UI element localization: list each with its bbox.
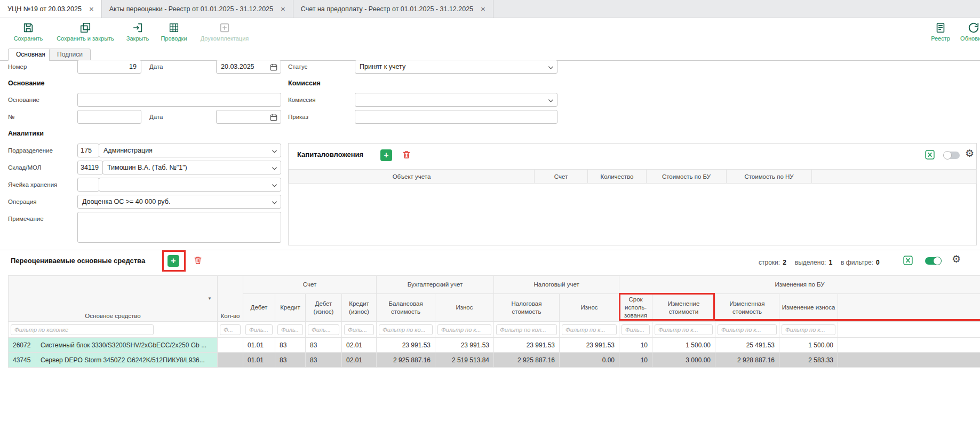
calendar-icon[interactable] [269,63,278,73]
storage-cell-select[interactable] [99,178,281,192]
table-row-selected[interactable]: 43745 Сервер DEPO Storm 3450Z2 G6242K/51… [9,353,980,368]
cell-tax-value[interactable]: 23 991.53 [494,338,560,353]
col-header-tax-value[interactable]: Налоговая стоимость [494,294,560,322]
col-header-value-change[interactable]: Изменение стоимости [652,294,715,322]
col-header-useful-life[interactable]: Срок исполь-зования [619,294,652,322]
tab-main[interactable]: Основная [8,49,53,61]
col-header-cost-nu[interactable]: Стоимость по НУ [727,170,812,184]
order-field[interactable] [355,110,557,124]
close-icon[interactable]: × [281,5,285,13]
filter-qty-input[interactable] [220,324,241,335]
export-excel-button[interactable] [925,149,935,162]
cell-dep-nu[interactable]: 23 991.53 [560,338,619,353]
calendar-icon[interactable] [269,113,278,123]
cell-book-value[interactable]: 23 991.53 [377,338,435,353]
col-header-cost-bu[interactable]: Стоимость по БУ [647,170,727,184]
col-header-debit[interactable]: Дебет [243,294,275,322]
basis-date-field[interactable] [216,110,281,124]
col-header-depreciation-bu[interactable]: Износ [435,294,494,322]
cell-asset-name[interactable]: Сервер DEPO Storm 3450Z2 G6242K/512ПИКУ8… [36,353,218,368]
filter-asset-input[interactable] [11,324,154,335]
operation-select[interactable]: Дооценка ОС >= 40 000 руб. [77,195,281,209]
cell-debit-dep[interactable]: 83 [306,338,342,353]
col-header-asset[interactable]: Основное средство ▼ [9,276,218,322]
cell-dep-change[interactable]: 2 583.33 [779,353,838,368]
col-header-account[interactable]: Счет [535,170,588,184]
storage-cell-code-field[interactable] [77,178,99,192]
export-excel-button[interactable] [903,255,913,268]
window-tab-document[interactable]: УЦН №19 от 20.03.2025 × [0,0,102,18]
cell-tax-value[interactable]: 2 925 887.16 [494,353,560,368]
filter-dep-bu-input[interactable] [437,324,491,335]
cell-useful-life[interactable]: 10 [619,338,652,353]
division-code-field[interactable] [77,144,99,157]
cell-dep-nu[interactable]: 0.00 [560,353,619,368]
col-header-book-value[interactable]: Балансовая стоимость [377,294,435,322]
warehouse-select[interactable]: Тимошин В.А. (Таб. №"1") [102,161,281,174]
division-select[interactable]: Администрация [99,144,281,157]
basis-number-field[interactable] [77,110,141,124]
cell-dep-bu[interactable]: 23 991.53 [435,338,494,353]
filter-credit-dep-input[interactable] [344,324,374,335]
cell-qty[interactable] [218,353,243,368]
cell-dep-bu[interactable]: 2 519 513.84 [435,353,494,368]
cell-debit[interactable]: 01.01 [243,338,275,353]
registry-button[interactable]: Реестр [927,22,954,42]
filter-useful-life-input[interactable] [622,324,650,335]
filter-dep-nu-input[interactable] [562,324,617,335]
window-tab-prepayment-invoice[interactable]: Счет на предоплату - Реестр от 01.01.202… [293,0,493,18]
filter-book-value-input[interactable] [379,324,433,335]
close-icon[interactable]: × [481,5,485,13]
date-field[interactable]: 20.03.2025 [216,60,281,74]
cell-dep-change[interactable]: 1 500.00 [779,338,838,353]
cell-useful-life[interactable]: 10 [619,353,652,368]
gear-icon[interactable]: ⚙ [965,148,974,158]
col-header-object[interactable]: Объект учета [289,170,535,184]
filter-debit-dep-input[interactable] [308,324,339,335]
cell-asset-id[interactable]: 43745 [9,353,36,368]
cell-credit-dep[interactable]: 02.01 [342,338,377,353]
filter-credit-input[interactable] [277,324,303,335]
cell-qty[interactable] [218,338,243,353]
delete-asset-button[interactable] [193,256,203,267]
save-and-close-button[interactable]: Сохранить и закрыть [53,22,117,42]
table-row[interactable]: 26072 Системный блок 3330/S3200SHV/2xGbE… [9,338,980,353]
refresh-button[interactable]: Обновить [959,22,980,42]
delete-row-button[interactable] [402,150,411,162]
col-header-credit[interactable]: Кредит [275,294,306,322]
cell-changed-value[interactable]: 2 928 887.16 [715,353,779,368]
col-header-debit-depreciation[interactable]: Дебет (износ) [306,294,342,322]
close-icon[interactable]: × [89,5,94,13]
col-header-depreciation-nu[interactable]: Износ [560,294,619,322]
cell-debit[interactable]: 01.01 [243,353,275,368]
filter-changed-value-input[interactable] [718,324,777,335]
save-button[interactable]: Сохранить [9,22,47,42]
tab-signatures[interactable]: Подписи [49,49,91,61]
postings-button[interactable]: Проводки [157,22,190,42]
filter-dep-change-input[interactable] [782,324,835,335]
cell-debit-dep[interactable]: 83 [306,353,342,368]
cell-changed-value[interactable]: 25 491.53 [715,338,779,353]
window-tab-revaluation-acts[interactable]: Акты переоценки - Реестр от 01.01.2025 -… [102,0,293,18]
close-button[interactable]: Закрыть [122,22,154,42]
filter-toggle[interactable] [944,152,960,159]
cell-asset-id[interactable]: 26072 [9,338,36,353]
col-header-changed-value[interactable]: Измененная стоимость [715,294,779,322]
filter-toggle[interactable] [925,257,941,265]
filter-tax-value-input[interactable] [496,324,557,335]
col-header-depreciation-change[interactable]: Изменение износа [779,294,838,322]
cell-value-change[interactable]: 3 000.00 [652,353,715,368]
warehouse-code-field[interactable] [77,161,103,174]
filter-value-change-input[interactable] [655,324,713,335]
commission-select[interactable] [355,93,557,107]
cell-credit-dep[interactable]: 02.01 [342,353,377,368]
add-row-button[interactable]: + [380,149,392,161]
gear-icon[interactable]: ⚙ [952,254,961,264]
col-header-credit-depreciation[interactable]: Кредит (износ) [342,294,377,322]
col-header-quantity[interactable]: Количество [588,170,647,184]
filter-debit-input[interactable] [245,324,273,335]
cell-credit[interactable]: 83 [275,338,306,353]
basis-field[interactable] [77,93,281,107]
cell-credit[interactable]: 83 [275,353,306,368]
cell-asset-name[interactable]: Системный блок 3330/S3200SHV/2xGbECC/2x2… [36,338,218,353]
